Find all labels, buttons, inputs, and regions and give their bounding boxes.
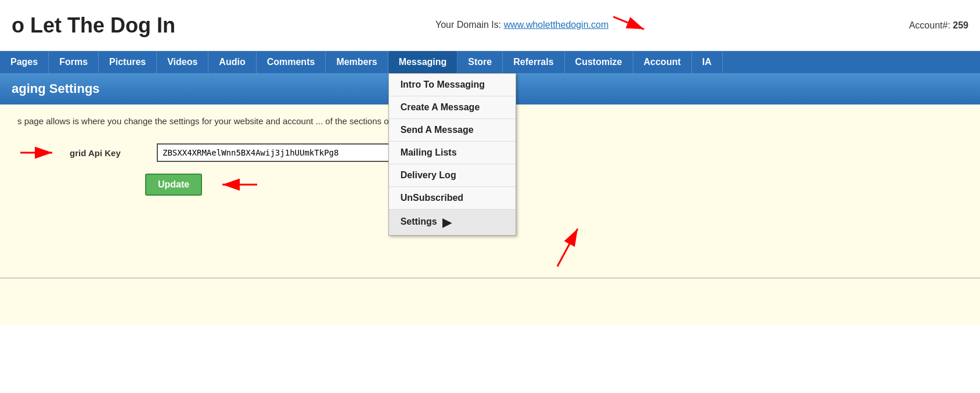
cursor-icon: ▶ [442,215,451,229]
page-header: o Let The Dog In Your Domain Is: www.who… [0,0,980,51]
svg-line-7 [557,229,578,266]
nav-item-forms[interactable]: Forms [49,51,99,73]
site-title: o Let The Dog In [12,13,175,38]
nav-item-referrals[interactable]: Referrals [503,51,564,73]
nav-item-members[interactable]: Members [326,51,388,73]
dropdown-intro-messaging[interactable]: Intro To Messaging [389,74,516,96]
dropdown-send-message[interactable]: Send A Message [389,119,516,142]
nav-item-pictures[interactable]: Pictures [99,51,157,73]
nav-item-messaging[interactable]: Messaging [388,51,458,73]
footer-space [0,279,980,325]
nav-item-store[interactable]: Store [457,51,503,73]
update-arrow-annotation [214,176,260,193]
api-key-label: grid Api Key [70,148,145,158]
nav-item-account[interactable]: Account [633,51,692,73]
navigation-bar: Pages Forms Pictures Videos Audio Commen… [0,51,980,73]
dropdown-settings[interactable]: Settings ▶ [389,210,516,235]
account-number: 259 [953,20,968,30]
header-center: Your Domain Is: www.wholetthedogin.com [175,6,909,45]
nav-item-videos[interactable]: Videos [157,51,208,73]
page-title: aging Settings [12,81,100,96]
dropdown-unsubscribed[interactable]: UnSubscribed [389,187,516,210]
api-key-input[interactable] [157,143,401,162]
update-button[interactable]: Update [145,174,202,196]
domain-label: Your Domain Is: [435,20,501,30]
settings-arrow-annotation [523,223,592,272]
nav-item-ia[interactable]: IA [692,51,723,73]
domain-link[interactable]: www.wholetthedogin.com [504,20,609,30]
nav-item-audio[interactable]: Audio [208,51,256,73]
nav-item-messaging-wrapper: Messaging Intro To Messaging Create A Me… [388,51,458,73]
dropdown-delivery-log[interactable]: Delivery Log [389,164,516,187]
account-info: Account#: 259 [909,20,968,31]
update-row: Update [145,174,963,196]
nav-item-comments[interactable]: Comments [257,51,326,73]
dropdown-mailing-lists[interactable]: Mailing Lists [389,142,516,164]
left-arrow-annotation [17,144,58,161]
nav-item-customize[interactable]: Customize [565,51,633,73]
svg-line-1 [613,6,644,39]
messaging-dropdown: Intro To Messaging Create A Message Send… [388,73,516,236]
account-label: Account#: [909,20,950,30]
header-arrow-annotation [607,0,656,51]
nav-item-pages[interactable]: Pages [0,51,49,73]
dropdown-create-message[interactable]: Create A Message [389,96,516,119]
content-description-truncated: ... [316,116,326,126]
